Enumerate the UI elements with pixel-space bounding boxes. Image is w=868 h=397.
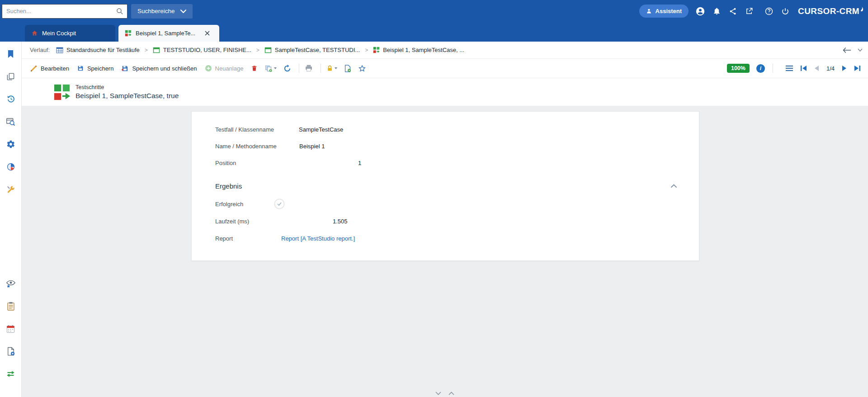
form-row-position: Position 1: [192, 154, 699, 171]
search-areas-label: Suchbereiche: [137, 8, 175, 14]
assistant-label: Assistent: [656, 8, 682, 14]
breadcrumb-item-sampletestcase[interactable]: SampleTestCase, TESTSTUDI...: [264, 47, 360, 54]
calendar-icon[interactable]: [1, 317, 20, 340]
share-icon[interactable]: [725, 3, 741, 19]
delete-button[interactable]: [251, 65, 258, 72]
form-row-erfolgreich: Erfolgreich: [192, 195, 699, 213]
toggle-knob: [275, 199, 284, 208]
breadcrumb-item-beispiel[interactable]: Beispiel 1, SampleTestCase, ...: [373, 47, 464, 53]
history-chevron-down-icon[interactable]: [858, 48, 863, 52]
favorite-button[interactable]: [358, 65, 366, 72]
clipboard-icon[interactable]: [1, 295, 20, 317]
section-ergebnis: Ergebnis: [192, 176, 699, 195]
document-new-icon[interactable]: [1, 340, 20, 363]
tab-label: Beispiel 1, SampleTe...: [136, 30, 195, 37]
refresh-icon: [283, 65, 291, 72]
table-search-icon: [56, 47, 63, 54]
print-button[interactable]: [305, 65, 313, 72]
info-icon[interactable]: i: [756, 64, 765, 73]
bookmark-icon[interactable]: [1, 43, 20, 65]
toolbar-divider: [773, 64, 773, 73]
chevron-down-icon[interactable]: [335, 67, 337, 69]
tools-wrench-icon[interactable]: [1, 178, 20, 201]
home-icon: [31, 30, 38, 37]
breadcrumb-item-label: TESTSTUDIO, USER, FINISHE...: [163, 47, 251, 53]
field-value-laufzeit: 1.505: [333, 218, 348, 225]
refresh-button[interactable]: [283, 65, 291, 72]
history-breadcrumb-row: Verlauf: Standardsuche für Testläufe > T…: [22, 42, 868, 59]
person-icon: [646, 8, 652, 14]
history-icon[interactable]: [1, 88, 20, 110]
global-search: [2, 4, 127, 19]
brand-mark-icon: [860, 7, 863, 12]
teststep-icon: [373, 47, 380, 53]
first-page-icon[interactable]: [800, 65, 807, 71]
page-indicator: 1/4: [826, 65, 835, 72]
field-value-name: Beispiel 1: [299, 142, 325, 149]
detail-form-card: Testfall / Klassenname SampleTestCase Na…: [191, 111, 699, 261]
tab-bar: Mein Cockpit Beispiel 1, SampleTe...: [0, 22, 868, 42]
form-row-report: Report Report [A TestStudio report.]: [192, 230, 699, 247]
action-toolbar: Bearbeiten Speichern Speichern und schli…: [22, 59, 868, 78]
green-window-icon: [264, 47, 272, 54]
save-and-close-label: Speichern und schließen: [132, 65, 197, 72]
tab-close-icon[interactable]: [205, 31, 210, 36]
brand-logo: CURSOR-CRM: [798, 6, 863, 16]
notifications-icon[interactable]: [708, 3, 725, 19]
breadcrumb-item-teststudio[interactable]: TESTSTUDIO, USER, FINISHE...: [153, 47, 251, 54]
collapse-chevron-up-icon[interactable]: [670, 182, 677, 190]
check-icon: [277, 202, 282, 206]
search-input[interactable]: [2, 8, 116, 14]
chevron-down-icon[interactable]: [274, 67, 277, 69]
open-external-icon[interactable]: [741, 3, 757, 19]
power-icon[interactable]: [777, 3, 793, 19]
left-sidebar: [0, 42, 22, 397]
field-label: Testfall / Klassenname: [215, 126, 274, 132]
report-link[interactable]: Report [A TestStudio report.]: [281, 235, 355, 242]
record-title: Beispiel 1, SampleTestCase, true: [75, 92, 179, 100]
topbar: Suchbereiche Assistent CURSOR-CRM: [0, 0, 868, 22]
breadcrumb-item-standardsuche[interactable]: Standardsuche für Testläufe: [56, 47, 140, 54]
previous-page-icon[interactable]: [814, 65, 820, 71]
save-close-icon: [121, 65, 129, 72]
tab-mein-cockpit[interactable]: Mein Cockpit: [25, 25, 115, 42]
breadcrumb-item-label: Beispiel 1, SampleTestCase, ...: [383, 47, 464, 53]
link-record-button[interactable]: [344, 65, 351, 72]
help-icon[interactable]: [761, 3, 777, 19]
breadcrumb-item-label: SampleTestCase, TESTSTUDI...: [275, 47, 360, 53]
edit-button[interactable]: Bearbeiten: [30, 65, 69, 72]
panel-collapse-controls: [435, 392, 454, 395]
settings-gear-icon[interactable]: [1, 133, 20, 156]
form-row-testfall: Testfall / Klassenname SampleTestCase: [192, 121, 699, 137]
toolbar-divider: [299, 64, 299, 73]
breadcrumb-label: Verlauf:: [30, 47, 50, 53]
tab-beispiel-active[interactable]: Beispiel 1, SampleTe...: [118, 25, 219, 42]
sync-arrows-icon[interactable]: [1, 363, 20, 385]
copy-button[interactable]: [264, 65, 277, 72]
lock-button[interactable]: [326, 65, 337, 72]
assistant-button[interactable]: Assistent: [639, 5, 689, 18]
plus-circle-icon: [205, 65, 212, 72]
copy-icon: [264, 65, 273, 72]
record-header: Testschritte Beispiel 1, SampleTestCase,…: [22, 78, 868, 106]
search-window-icon[interactable]: [1, 110, 20, 133]
pie-chart-icon[interactable]: [1, 156, 20, 178]
trash-icon: [251, 65, 258, 72]
zoom-level-badge[interactable]: 100%: [727, 64, 750, 73]
next-page-icon[interactable]: [841, 65, 847, 71]
teststep-record-icon: [53, 84, 71, 101]
save-and-close-button[interactable]: Speichern und schließen: [121, 65, 197, 72]
save-icon: [77, 65, 84, 72]
topbar-actions: Assistent CURSOR-CRM: [639, 3, 863, 19]
chevron-up-icon[interactable]: [448, 392, 454, 395]
account-icon[interactable]: [692, 3, 708, 19]
menu-icon[interactable]: [785, 65, 793, 71]
last-page-icon[interactable]: [854, 65, 861, 71]
search-icon[interactable]: [116, 8, 127, 15]
chevron-down-icon[interactable]: [435, 392, 441, 395]
pages-icon[interactable]: [1, 65, 20, 88]
search-areas-button[interactable]: Suchbereiche: [131, 4, 193, 19]
save-button[interactable]: Speichern: [77, 65, 114, 72]
history-back-icon[interactable]: [843, 47, 851, 53]
eye-star-icon[interactable]: [1, 272, 20, 295]
